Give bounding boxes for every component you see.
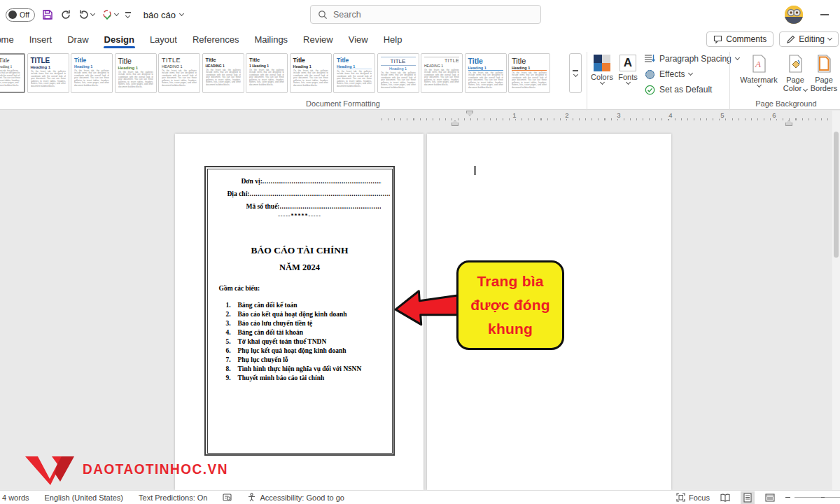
tab-draw[interactable]: Draw <box>59 31 96 48</box>
style-set-option[interactable]: Title Heading 1 On the Insert tab, the g… <box>290 53 332 93</box>
zoom-slider-thumb[interactable] <box>821 497 825 498</box>
tab-home[interactable]: Home <box>0 31 22 48</box>
style-set-option[interactable]: TITLE HEADING 1 On the Insert tab, the g… <box>158 53 200 93</box>
style-set-current[interactable]: Title Heading 1 On the Insert tab, the g… <box>0 53 25 93</box>
editing-button[interactable]: Editing <box>779 31 839 47</box>
document-title[interactable]: báo cáo <box>144 10 183 20</box>
document-page-1[interactable]: Đơn vị:.................................… <box>175 134 424 490</box>
gallery-more-chevron-icon <box>573 72 578 77</box>
style-set-title: TITLE <box>424 57 459 63</box>
gallery-more-button[interactable] <box>569 53 582 93</box>
colors-icon <box>594 55 610 71</box>
page-borders-button[interactable]: Page Borders <box>809 55 839 92</box>
colors-button[interactable]: Colors <box>589 55 615 84</box>
tab-mailings[interactable]: Mailings <box>246 31 295 48</box>
first-line-indent-marker[interactable] <box>466 111 473 116</box>
redo-button[interactable] <box>60 9 71 20</box>
right-indent-marker[interactable] <box>785 120 792 126</box>
style-set-option[interactable]: Title HEADING 1 On the Insert tab, the g… <box>202 53 244 93</box>
style-set-body: On the Insert tab, the galleries include… <box>206 69 241 86</box>
word-count[interactable]: 4 words <box>2 493 29 502</box>
zoom-out-icon[interactable] <box>785 497 790 498</box>
set-as-default-button[interactable]: Set as Default <box>644 84 712 95</box>
tab-design[interactable]: Design <box>97 31 142 48</box>
text-predictions-status[interactable]: Text Predictions: On <box>139 493 207 502</box>
fonts-button[interactable]: A Fonts <box>616 55 640 84</box>
style-set-title: Title <box>337 57 372 64</box>
style-set-option[interactable]: Title Heading 1 On the Insert tab, the g… <box>508 53 550 93</box>
style-set-body: On the Insert tab, the galleries include… <box>249 69 284 86</box>
search-input[interactable] <box>333 10 515 20</box>
style-set-option[interactable]: Title Heading 1 On the Insert tab, the g… <box>115 53 157 93</box>
comment-icon <box>713 35 722 44</box>
comments-button[interactable]: Comments <box>706 31 774 47</box>
horizontal-ruler[interactable] <box>382 117 832 121</box>
language-status[interactable]: English (United States) <box>45 493 124 502</box>
style-set-heading: Heading 1 <box>381 66 416 71</box>
document-title-chevron-icon <box>179 11 184 16</box>
style-set-option[interactable]: TITLE Heading 1 On the Insert tab, the g… <box>27 53 69 93</box>
zoom-control[interactable] <box>785 497 840 498</box>
list-item: 7.Phụ lục chuyển lỗ <box>226 356 362 365</box>
tab-insert[interactable]: Insert <box>22 31 60 48</box>
style-set-body: On the Insert tab, the galleries include… <box>293 69 328 87</box>
paragraph-spacing-button[interactable]: Paragraph Spacing <box>644 53 739 64</box>
autosave-knob <box>8 10 17 19</box>
style-set-option[interactable]: Title Heading 1 On the Insert tab, the g… <box>465 53 507 93</box>
tab-help[interactable]: Help <box>376 31 410 48</box>
separator-line: -----*****----- <box>208 213 392 219</box>
paragraph-spacing-label: Paragraph Spacing <box>659 54 732 64</box>
page-color-button[interactable]: Page Color <box>781 55 809 92</box>
report-list: 1.Bảng cân đối kế toán 2.Báo cáo kết quả… <box>226 301 362 384</box>
print-layout-button[interactable] <box>741 491 755 504</box>
autosave-toggle[interactable]: Off <box>6 8 35 22</box>
watermark-button[interactable]: A Watermark <box>735 55 783 87</box>
search-bar[interactable] <box>310 5 541 24</box>
style-set-heading: Heading 1 <box>293 64 328 69</box>
style-set-option[interactable]: Title Heading 1 On the Insert tab, the g… <box>71 53 113 93</box>
ribbon-tab-row: Home Insert Draw Design Layout Reference… <box>0 29 840 49</box>
tab-review[interactable]: Review <box>295 31 341 48</box>
field-label: Mã số thuế: <box>246 203 280 210</box>
list-item: 2.Báo cáo kết quả hoạt động kinh doanh <box>226 310 362 319</box>
style-set-body: On the Insert tab, the galleries include… <box>424 69 459 86</box>
ruler-number: 6 <box>771 111 777 119</box>
callout-line: khung <box>488 317 533 341</box>
tab-layout[interactable]: Layout <box>142 31 185 48</box>
save-button[interactable] <box>42 9 53 20</box>
customize-qat-button[interactable] <box>125 12 131 18</box>
style-set-option[interactable]: TITLE HEADING 1 On the Insert tab, the g… <box>421 53 463 93</box>
focus-button[interactable]: Focus <box>676 493 710 502</box>
document-main-title: BÁO CÁO TÀI CHÍNH <box>208 245 392 256</box>
style-set-body: On the Insert tab, the galleries include… <box>468 71 503 89</box>
tab-references[interactable]: References <box>185 31 246 48</box>
effects-icon <box>644 69 655 80</box>
zoom-slider[interactable] <box>794 497 840 498</box>
accessibility-status[interactable]: Accessibility: Good to go <box>247 493 344 502</box>
scrollbar-thumb[interactable] <box>834 132 839 258</box>
list-item: 6.Phụ lục kết quả hoạt động kinh doanh <box>226 346 362 356</box>
style-set-heading: Heading 1 <box>512 66 547 71</box>
undo-dropdown-icon[interactable] <box>90 11 95 16</box>
vertical-scrollbar[interactable] <box>832 111 840 490</box>
left-indent-marker[interactable] <box>451 120 458 126</box>
tab-view[interactable]: View <box>341 31 376 48</box>
set-as-default-label: Set as Default <box>659 85 712 94</box>
undo-button[interactable] <box>78 9 94 20</box>
effects-button[interactable]: Effects <box>644 69 692 80</box>
style-set-body: On the Insert tab, the galleries include… <box>512 71 547 89</box>
style-set-option[interactable]: Title Heading 1 On the Insert tab, the g… <box>333 53 375 93</box>
editor-check-button[interactable] <box>102 9 118 21</box>
avatar[interactable] <box>785 6 803 24</box>
web-layout-button[interactable] <box>763 491 777 504</box>
list-item: 9.Thuyết minh báo cáo tài chính <box>226 374 362 383</box>
ribbon-tabs: Home Insert Draw Design Layout Reference… <box>0 31 410 48</box>
proofing-icon[interactable] <box>223 493 232 502</box>
quick-access-toolbar: Off báo cáo <box>6 0 183 29</box>
minimize-icon[interactable] <box>820 14 829 15</box>
style-set-option[interactable]: Title 1 Heading 1 On the Insert tab, the… <box>246 53 288 93</box>
editor-dropdown-icon[interactable] <box>114 11 119 16</box>
read-mode-button[interactable] <box>718 491 732 504</box>
style-set-heading: Heading 1 <box>118 66 153 70</box>
style-set-option[interactable]: TITLE Heading 1 On the Insert tab, the g… <box>377 53 419 93</box>
